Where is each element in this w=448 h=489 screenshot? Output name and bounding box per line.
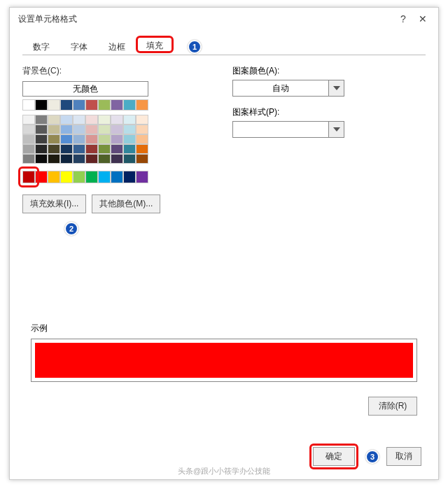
theme-shade-3-7[interactable] [111, 144, 123, 154]
close-button[interactable]: ✕ [413, 11, 433, 27]
theme-shade-1-7[interactable] [111, 125, 123, 134]
standard-color-3[interactable] [60, 171, 73, 183]
theme-shade-0-4[interactable] [73, 115, 85, 125]
theme-shade-3-4[interactable] [73, 144, 85, 154]
theme-shade-2-2[interactable] [48, 134, 60, 144]
theme-shade-1-8[interactable] [123, 125, 136, 134]
theme-shade-2-9[interactable] [136, 134, 148, 144]
standard-color-9[interactable] [136, 171, 148, 183]
pattern-color-dropdown[interactable]: 自动 [232, 80, 344, 97]
theme-color-4[interactable] [73, 99, 85, 111]
theme-color-2[interactable] [48, 99, 60, 111]
theme-color-8[interactable] [123, 99, 136, 111]
theme-shade-1-6[interactable] [98, 125, 111, 134]
theme-shade-4-7[interactable] [111, 154, 123, 164]
theme-shade-3-8[interactable] [123, 144, 136, 154]
theme-shade-4-9[interactable] [136, 154, 148, 164]
theme-shade-3-0[interactable] [22, 144, 35, 154]
standard-color-7[interactable] [111, 171, 123, 183]
theme-shade-4-3[interactable] [60, 154, 73, 164]
ok-button[interactable]: 确定 [313, 447, 355, 466]
theme-shade-4-6[interactable] [98, 154, 111, 164]
theme-shade-1-2[interactable] [48, 125, 60, 134]
pattern-color-value: 自动 [233, 80, 328, 96]
theme-shade-4-0[interactable] [22, 154, 35, 164]
theme-color-9[interactable] [136, 99, 148, 111]
theme-shade-0-0[interactable] [22, 115, 35, 125]
fill-effects-button[interactable]: 填充效果(I)... [22, 194, 86, 213]
theme-color-1[interactable] [35, 99, 48, 111]
theme-shade-2-4[interactable] [73, 134, 85, 144]
theme-shade-1-3[interactable] [60, 125, 73, 134]
theme-shade-0-5[interactable] [85, 115, 98, 125]
pattern-color-label: 图案颜色(A): [232, 65, 426, 77]
theme-shade-0-8[interactable] [123, 115, 136, 125]
theme-shade-0-6[interactable] [98, 115, 111, 125]
left-panel: 背景色(C): 无颜色 2 填充效果(I)... 其他颜色(M)... [22, 65, 204, 213]
theme-shade-3-9[interactable] [136, 144, 148, 154]
theme-shade-4-2[interactable] [48, 154, 60, 164]
theme-color-row [22, 99, 148, 111]
theme-color-6[interactable] [98, 99, 111, 111]
theme-shade-1-1[interactable] [35, 125, 48, 134]
chevron-down-icon [328, 122, 344, 137]
theme-shade-4-8[interactable] [123, 154, 136, 164]
theme-shade-3-6[interactable] [98, 144, 111, 154]
help-button[interactable]: ? [393, 11, 413, 27]
theme-color-5[interactable] [85, 99, 98, 111]
theme-shade-4-5[interactable] [85, 154, 98, 164]
theme-shade-0-2[interactable] [48, 115, 60, 125]
theme-shade-1-9[interactable] [136, 125, 148, 134]
standard-color-4[interactable] [73, 171, 85, 183]
no-color-button[interactable]: 无颜色 [22, 81, 148, 97]
theme-color-0[interactable] [22, 99, 35, 111]
tab-fill[interactable]: 填充 [136, 36, 174, 53]
bgcolor-label: 背景色(C): [22, 65, 204, 77]
standard-color-8[interactable] [123, 171, 136, 183]
theme-shade-0-3[interactable] [60, 115, 73, 125]
standard-color-1[interactable] [35, 171, 48, 183]
theme-shade-3-2[interactable] [48, 144, 60, 154]
annotation-badge-3: 3 [365, 450, 379, 464]
theme-shade-4-4[interactable] [73, 154, 85, 164]
more-colors-button[interactable]: 其他颜色(M)... [92, 194, 160, 213]
theme-color-7[interactable] [111, 99, 123, 111]
standard-color-6[interactable] [98, 171, 111, 183]
standard-color-0[interactable] [22, 171, 35, 183]
theme-shade-2-8[interactable] [123, 134, 136, 144]
theme-shade-2-3[interactable] [60, 134, 73, 144]
tab-font[interactable]: 字体 [60, 38, 98, 55]
theme-shade-1-5[interactable] [85, 125, 98, 134]
theme-shade-2-7[interactable] [111, 134, 123, 144]
theme-shade-0-1[interactable] [35, 115, 48, 125]
theme-shade-3-5[interactable] [85, 144, 98, 154]
theme-shade-3-1[interactable] [35, 144, 48, 154]
theme-shade-2-5[interactable] [85, 134, 98, 144]
dialog-footer: 确定 3 取消 [309, 444, 421, 469]
standard-color-5[interactable] [85, 171, 98, 183]
pattern-style-dropdown[interactable] [232, 121, 344, 138]
theme-shade-3-3[interactable] [60, 144, 73, 154]
theme-shade-0-9[interactable] [136, 115, 148, 125]
tab-number[interactable]: 数字 [22, 38, 60, 55]
clear-button[interactable]: 清除(R) [368, 397, 417, 416]
theme-shade-2-6[interactable] [98, 134, 111, 144]
cancel-button[interactable]: 取消 [386, 447, 421, 466]
tab-border[interactable]: 边框 [98, 38, 136, 55]
theme-shade-2-1[interactable] [35, 134, 48, 144]
theme-shade-4-1[interactable] [35, 154, 48, 164]
theme-shade-1-4[interactable] [73, 125, 85, 134]
standard-color-2[interactable] [48, 171, 60, 183]
right-panel: 图案颜色(A): 自动 图案样式(P): [232, 65, 426, 213]
annotation-highlight-ok: 确定 [309, 444, 358, 469]
sample-box [31, 339, 417, 382]
theme-shade-2-0[interactable] [22, 134, 35, 144]
theme-shade-0-7[interactable] [111, 115, 123, 125]
theme-color-3[interactable] [60, 99, 73, 111]
theme-shade-1-0[interactable] [22, 125, 35, 134]
pattern-style-value [233, 122, 328, 137]
annotation-badge-1: 1 [188, 40, 202, 54]
sample-fill [35, 343, 413, 378]
sample-section: 示例 [31, 323, 417, 382]
annotation-badge-2: 2 [64, 222, 78, 236]
